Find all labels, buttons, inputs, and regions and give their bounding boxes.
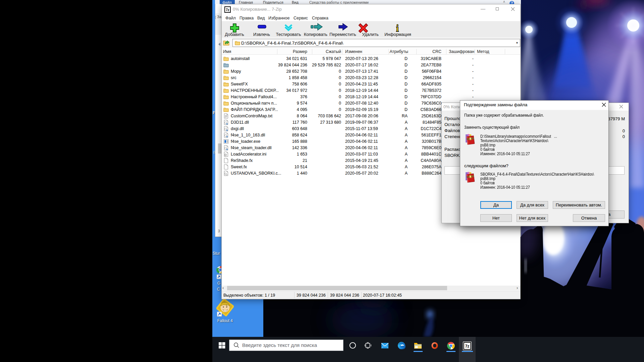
svg-text:7z: 7z: [226, 8, 229, 12]
svg-text:7z: 7z: [465, 344, 470, 349]
